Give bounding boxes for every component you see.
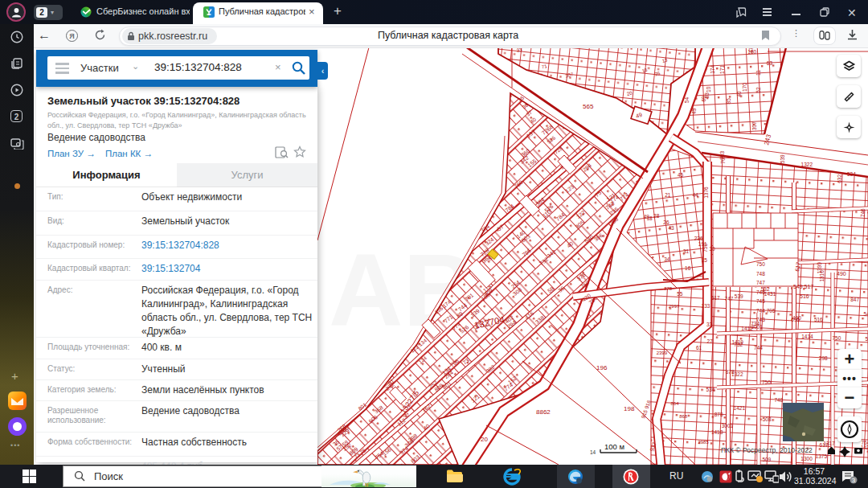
svg-text:1376: 1376 [703,187,709,199]
svg-text:20: 20 [481,436,488,443]
svg-text:516: 516 [814,317,823,322]
svg-text:746: 746 [860,208,866,217]
svg-text:15: 15 [702,257,708,263]
svg-text:516: 516 [800,293,809,299]
svg-text:864: 864 [671,401,680,406]
svg-text:49: 49 [691,108,697,114]
svg-text:3001: 3001 [722,423,734,429]
svg-text:1412: 1412 [741,326,753,331]
svg-text:27: 27 [707,338,714,344]
svg-text:174: 174 [710,65,715,74]
svg-text:191: 191 [698,241,707,247]
svg-text:1414: 1414 [801,334,813,339]
svg-text:745: 745 [756,298,765,304]
svg-text:878: 878 [714,412,723,417]
svg-text:847: 847 [850,297,859,302]
svg-text:747: 747 [725,296,734,301]
svg-text:2997: 2997 [669,304,680,309]
svg-text:1375: 1375 [816,453,828,459]
svg-text:2985: 2985 [698,440,709,445]
svg-text:21: 21 [665,192,671,198]
svg-text:8862: 8862 [536,408,551,416]
svg-text:34: 34 [664,256,670,262]
svg-text:16: 16 [685,265,691,271]
svg-text:18: 18 [646,215,653,221]
svg-text:30: 30 [709,246,715,252]
svg-text:26: 26 [663,219,669,225]
svg-text:196: 196 [596,364,608,371]
svg-text:532: 532 [761,286,770,292]
svg-text:45: 45 [678,172,684,178]
svg-text:1431: 1431 [764,291,776,297]
svg-text:750: 750 [833,335,841,341]
svg-text:171: 171 [720,65,726,74]
svg-text:14: 14 [590,449,596,455]
svg-text:31: 31 [683,248,690,254]
svg-text:180: 180 [747,49,756,55]
svg-text:747: 747 [756,280,765,285]
svg-text:198: 198 [624,405,635,412]
svg-text:517: 517 [711,295,720,301]
svg-text:1421: 1421 [734,405,746,411]
svg-text:33: 33 [706,322,713,327]
svg-text:868: 868 [679,414,688,419]
svg-text:734: 734 [751,321,760,326]
svg-text:63: 63 [767,60,773,66]
svg-text:1300: 1300 [800,456,813,461]
svg-text:55: 55 [677,291,683,297]
svg-text:534: 534 [847,171,856,177]
svg-text:1418: 1418 [711,429,723,435]
svg-text:40: 40 [736,91,742,97]
svg-text:ПКК © Росреестр, 2010-2022: ПКК © Росреестр, 2010-2022 [721,446,813,454]
svg-text:100 м: 100 м [604,442,624,451]
svg-text:61: 61 [696,345,702,351]
svg-text:748: 748 [775,397,784,403]
svg-text:170: 170 [742,83,747,92]
svg-text:534: 534 [706,387,715,392]
svg-text:632: 632 [837,174,843,183]
svg-text:43: 43 [669,225,675,231]
svg-text:705: 705 [720,154,726,163]
svg-text:307: 307 [752,121,758,130]
svg-text:2399: 2399 [657,351,668,355]
svg-text:508: 508 [763,416,772,422]
svg-text:517: 517 [866,336,868,342]
svg-text:764: 764 [862,440,868,445]
svg-text:69: 69 [701,96,706,102]
svg-text:3: 3 [852,477,856,484]
svg-text:878: 878 [664,286,673,291]
svg-text:744 705: 744 705 [756,308,776,314]
svg-text:85: 85 [726,98,731,105]
svg-text:298: 298 [819,355,828,361]
svg-text:1419: 1419 [732,339,744,345]
svg-text:565: 565 [583,103,594,110]
svg-text:52: 52 [755,87,761,93]
svg-text:1322: 1322 [801,162,813,167]
svg-text:1317: 1317 [823,441,835,446]
svg-text:11: 11 [755,70,761,76]
svg-text:539: 539 [780,154,785,163]
svg-text:1316: 1316 [819,270,825,282]
svg-text:750: 750 [756,261,765,267]
svg-text:695: 695 [791,317,800,322]
svg-text:490: 490 [837,271,846,277]
svg-text:10: 10 [706,86,711,92]
svg-text:878: 878 [726,369,735,375]
svg-text:133: 133 [702,303,710,309]
svg-text:54: 54 [684,97,690,104]
svg-text:750: 750 [762,379,771,385]
svg-text:549 517: 549 517 [793,284,813,289]
svg-text:744: 744 [754,345,763,351]
svg-text:748: 748 [756,271,765,277]
svg-text:509: 509 [762,457,771,462]
svg-text:539: 539 [735,293,743,299]
svg-text:44: 44 [692,192,698,198]
svg-text:541: 541 [864,311,868,317]
svg-text:28: 28 [653,213,660,219]
